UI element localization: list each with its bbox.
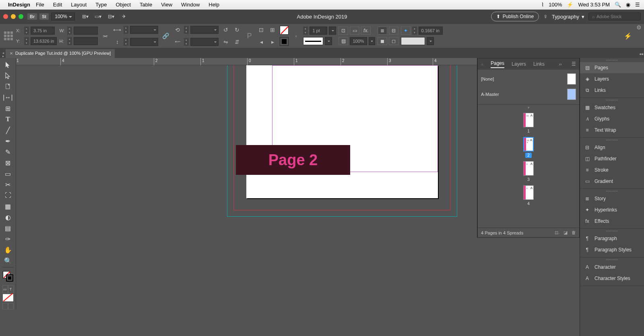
stroke-weight-field[interactable]: 1 pt (310, 27, 327, 35)
opacity-dropdown[interactable] (369, 37, 375, 45)
drop-shadow-apply-icon[interactable]: ◻ (389, 37, 398, 45)
y-value-field[interactable]: 13.6326 in (31, 37, 57, 45)
y-stepper[interactable]: ▴▾ (24, 37, 29, 45)
stroke-weight-arrow[interactable]: › (291, 31, 301, 41)
gap-tool[interactable]: |↔| (2, 92, 14, 103)
flip-h-icon[interactable]: ⇋ (221, 37, 231, 47)
h-value-field[interactable] (74, 37, 98, 45)
dock-item-pages[interactable]: ▤Pages (580, 62, 644, 73)
zoom-window[interactable] (19, 14, 23, 19)
delete-page-icon[interactable]: 🗑 (572, 230, 576, 235)
select-next-icon[interactable]: ▸ (268, 37, 277, 47)
stock-button[interactable]: St (39, 13, 49, 20)
page-item-2[interactable]: A≡≡≡ 2 (523, 137, 534, 158)
align-enable-icon[interactable]: ✦ (401, 27, 411, 35)
shear-stepper[interactable]: ▴▾ (184, 38, 189, 46)
page-item-1[interactable]: A≡≡ 1 (523, 113, 534, 134)
space-stepper[interactable]: ▴▾ (412, 27, 417, 35)
spotlight-icon[interactable]: 🔍 (615, 2, 621, 8)
line-tool[interactable]: ╱ (2, 125, 14, 135)
text-frame[interactable]: Page 2 (236, 145, 350, 175)
menu-view[interactable]: View (161, 2, 172, 8)
flip-v-icon[interactable]: ⇵ (232, 37, 242, 47)
space-value-field[interactable]: 0.1667 in (419, 27, 443, 35)
rotate-dropdown[interactable] (190, 26, 219, 34)
view-options-icon[interactable]: ⊞▾ (80, 12, 91, 21)
dock-item-layers[interactable]: ◈Layers (580, 73, 644, 85)
tab-layers[interactable]: Layers (512, 61, 526, 67)
close-window[interactable] (3, 14, 8, 19)
pages-sync-icon[interactable]: ⟐ (481, 62, 483, 66)
close-tab-icon[interactable]: ✕ (10, 51, 13, 56)
rotate-stepper[interactable]: ▴▾ (184, 26, 189, 34)
tab-links[interactable]: Links (533, 61, 545, 67)
align-to-field[interactable] (401, 37, 425, 45)
scale-x-dropdown[interactable] (130, 26, 158, 34)
adobe-stock-search[interactable]: ⌕ Adobe Stock (588, 12, 641, 21)
workspace-switcher[interactable]: Typography ▾ (552, 14, 584, 20)
constrain-proportions-icon[interactable]: ⫘ (100, 31, 110, 41)
arrange-documents-icon[interactable]: ⊟▾ (105, 12, 117, 21)
drop-shadow-icon[interactable]: ◼ (378, 37, 387, 45)
direct-selection-tool[interactable] (2, 71, 14, 81)
menu-file[interactable]: File (36, 2, 44, 8)
h-stepper[interactable]: ▴▾ (67, 37, 72, 45)
master-a-row[interactable]: A-Master (481, 87, 576, 102)
menu-table[interactable]: Table (140, 2, 152, 8)
menu-object[interactable]: Object (116, 2, 131, 8)
dock-item-hyperlinks[interactable]: ✦Hyperlinks (580, 204, 644, 216)
siri-icon[interactable]: ◉ (626, 2, 630, 8)
select-prev-icon[interactable]: ◂ (256, 37, 266, 47)
rotate-ccw-icon[interactable]: ↺ (221, 25, 231, 35)
horizontal-ruler[interactable]: 1 4 2 1 0 1 2 3 4 (16, 58, 542, 65)
content-collector-tool[interactable]: ⊞ (2, 103, 14, 114)
master-a-thumb[interactable] (567, 89, 576, 100)
apply-to-toggle[interactable]: ▭T (2, 285, 14, 293)
hand-tool[interactable]: ✋ (2, 245, 14, 255)
tab-scroll-arrows[interactable]: ◂▸ (2, 52, 4, 58)
screen-mode-icon[interactable]: ▭▾ (93, 12, 104, 21)
bridge-button[interactable]: Br (27, 13, 37, 20)
align-to-dropdown[interactable] (427, 37, 434, 45)
notification-center-icon[interactable]: ☰ (635, 2, 640, 8)
page-item-3[interactable]: A≡ 3 (523, 161, 534, 182)
scale-x-stepper[interactable]: ▴▾ (124, 26, 128, 34)
dock-item-links[interactable]: ⧉Links (580, 85, 644, 96)
gradient-swatch-tool[interactable]: ▦ (2, 201, 14, 212)
text-wrap-around-icon[interactable]: ≣ (378, 27, 387, 35)
selection-tool[interactable] (2, 60, 14, 70)
stroke-style-swatch[interactable] (303, 37, 323, 45)
rotate-cw-icon[interactable]: ↻ (232, 25, 242, 35)
fill-stroke-toggle[interactable] (2, 270, 14, 282)
x-stepper[interactable]: ▴▾ (24, 27, 29, 35)
menu-edit[interactable]: Edit (53, 2, 62, 8)
select-container-icon[interactable]: ⊡ (256, 25, 266, 35)
pencil-tool[interactable]: ✎ (2, 147, 14, 157)
panel-menu-icon[interactable]: ☰ (572, 61, 576, 67)
dock-item-text-wrap[interactable]: ≡Text Wrap (580, 124, 644, 136)
minimize-window[interactable] (11, 14, 16, 19)
menu-type[interactable]: Type (95, 2, 107, 8)
free-transform-tool[interactable]: ⛶ (2, 190, 14, 201)
shear-dropdown[interactable] (190, 38, 219, 46)
publish-online-button[interactable]: ⬆ Publish Online (491, 12, 539, 21)
rectangle-frame-tool[interactable]: ⊠ (2, 158, 14, 168)
expand-dock-icon[interactable]: ◂◂ (639, 52, 643, 56)
dock-item-character-styles[interactable]: ACharacter Styles (580, 273, 644, 284)
edit-page-size-icon[interactable]: ⊡. (555, 230, 559, 235)
help-tips-icon[interactable]: ♀ (543, 13, 548, 20)
rectangle-tool[interactable]: ▭ (2, 168, 14, 179)
dock-item-gradient[interactable]: ▭Gradient (580, 176, 644, 187)
page-tool[interactable] (2, 81, 14, 92)
corner-options-icon[interactable]: ▭ (350, 27, 359, 35)
menu-layout[interactable]: Layout (71, 2, 87, 8)
create-new-page-icon[interactable]: ◪ (564, 230, 568, 235)
dock-item-paragraph[interactable]: ¶Paragraph (580, 233, 644, 244)
stroke-swatch[interactable] (280, 37, 289, 46)
dock-item-effects[interactable]: fxEffects (580, 216, 644, 227)
zoom-level-dropdown[interactable]: 100% (51, 12, 75, 21)
page-spread[interactable] (246, 65, 438, 198)
stroke-weight-dropdown[interactable] (329, 27, 336, 35)
quick-apply-icon[interactable]: ⚡ (624, 32, 632, 40)
dock-item-swatches[interactable]: ▦Swatches (580, 102, 644, 113)
